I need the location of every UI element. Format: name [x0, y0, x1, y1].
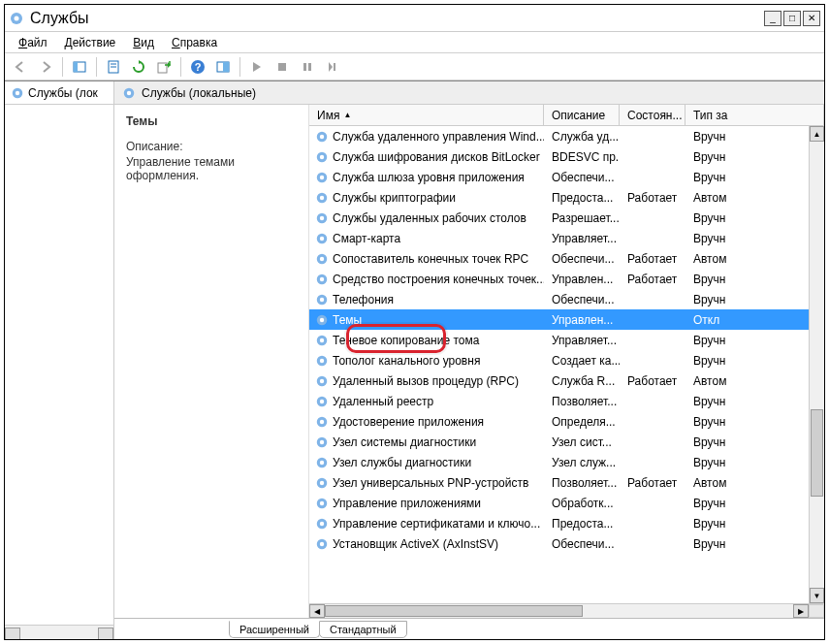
service-name: Служба шифрования дисков BitLocker — [333, 150, 540, 164]
service-status: Работает — [620, 273, 686, 286]
show-hide-tree-button[interactable] — [68, 55, 91, 79]
service-desc: Предоста... — [544, 191, 620, 205]
scroll-right-icon[interactable]: ▶ — [793, 604, 809, 618]
svg-point-25 — [320, 175, 324, 178]
gear-icon — [315, 211, 329, 225]
service-name: Управление сертификатами и ключо... — [333, 517, 540, 531]
list-h-scrollbar[interactable]: ◀ ▶ — [309, 603, 824, 618]
service-desc: Служба R... — [544, 374, 620, 388]
service-row[interactable]: Сопоставитель конечных точек RPCОбеспечи… — [309, 248, 824, 269]
service-status: Работает — [620, 191, 686, 205]
tab-standard[interactable]: Стандартный — [319, 621, 407, 638]
service-desc: Обеспечи... — [544, 252, 620, 266]
svg-point-51 — [320, 439, 324, 443]
maximize-button[interactable]: □ — [783, 11, 801, 26]
scroll-thumb[interactable] — [811, 409, 823, 497]
service-desc: Обеспечи... — [544, 293, 620, 306]
refresh-button[interactable] — [127, 55, 150, 79]
service-row[interactable]: Управление сертификатами и ключо...Предо… — [309, 513, 824, 533]
service-startup: Вручн — [686, 150, 824, 164]
toolbar-panel-button[interactable] — [211, 55, 235, 79]
column-status[interactable]: Состоян... — [620, 105, 686, 125]
properties-button[interactable] — [102, 55, 125, 79]
service-desc: Создает ка... — [544, 354, 620, 368]
service-desc: Обеспечи... — [544, 537, 620, 551]
svg-point-35 — [320, 276, 324, 280]
column-name[interactable]: Имя▲ — [309, 105, 544, 125]
titlebar: Службы _ □ ✕ — [5, 5, 824, 32]
export-button[interactable] — [152, 55, 175, 79]
service-row[interactable]: Удаленный вызов процедур (RPC)Служба R..… — [309, 370, 824, 391]
service-row[interactable]: Служба шлюза уровня приложенияОбеспечи..… — [309, 167, 824, 187]
gear-icon — [315, 537, 329, 551]
start-service-button[interactable] — [245, 55, 269, 79]
service-row[interactable]: Узел службы диагностикиУзел служ...Вручн — [309, 452, 824, 472]
service-name: Теневое копирование тома — [333, 334, 479, 347]
service-name: Службы криптографии — [333, 191, 456, 205]
service-row[interactable]: Службы удаленных рабочих столовРазрешает… — [309, 208, 824, 228]
scroll-down-icon[interactable]: ▼ — [810, 588, 824, 603]
service-startup: Вручн — [686, 273, 824, 286]
svg-point-33 — [320, 256, 324, 260]
service-startup: Вручн — [686, 517, 824, 531]
service-row[interactable]: Установщик ActiveX (AxInstSV)Обеспечи...… — [309, 533, 824, 554]
pane-header: Службы (локальные) — [114, 81, 824, 105]
forward-button[interactable] — [34, 55, 57, 79]
gear-icon — [315, 435, 329, 449]
service-startup: Откл — [686, 313, 824, 327]
service-startup: Вручн — [686, 130, 824, 144]
scroll-left-icon[interactable]: ◀ — [309, 604, 325, 618]
service-row[interactable]: Служба удаленного управления Wind...Служ… — [309, 126, 824, 146]
minimize-button[interactable]: _ — [764, 11, 781, 26]
service-row[interactable]: ТемыУправлен...Откл — [309, 309, 824, 330]
scroll-up-icon[interactable]: ▲ — [810, 126, 824, 142]
menu-action[interactable]: Действие — [57, 34, 124, 51]
service-row[interactable]: Узел универсальных PNP-устройствПозволяе… — [309, 472, 824, 493]
svg-point-43 — [320, 358, 324, 362]
column-desc[interactable]: Описание — [544, 105, 620, 125]
gear-icon — [315, 395, 329, 408]
h-scroll-thumb[interactable] — [325, 605, 583, 617]
svg-point-1 — [15, 16, 19, 20]
service-startup: Вручн — [686, 171, 824, 184]
service-row[interactable]: Служба шифрования дисков BitLockerBDESVC… — [309, 146, 824, 167]
service-desc: Узел сист... — [544, 435, 620, 449]
service-startup: Вручн — [686, 334, 824, 347]
menu-file[interactable]: Файл — [11, 34, 55, 51]
svg-point-29 — [320, 215, 324, 219]
service-status: Работает — [620, 374, 686, 388]
list-v-scrollbar[interactable]: ▲ ▼ — [809, 126, 824, 603]
help-button[interactable]: ? — [186, 55, 209, 79]
service-startup: Вручн — [686, 497, 824, 510]
svg-point-49 — [320, 419, 324, 423]
svg-point-59 — [320, 521, 324, 525]
service-row[interactable]: Службы криптографииПредоста...РаботаетАв… — [309, 187, 824, 208]
menu-help[interactable]: Справка — [164, 34, 225, 51]
restart-service-button[interactable] — [321, 55, 344, 79]
service-desc: Управлен... — [544, 313, 620, 327]
tree-h-scrollbar[interactable] — [5, 625, 113, 639]
service-row[interactable]: Средство построения конечных точек...Упр… — [309, 269, 824, 289]
tab-extended[interactable]: Расширенный — [229, 621, 320, 638]
service-row[interactable]: Тополог канального уровняСоздает ка...Вр… — [309, 350, 824, 370]
pause-service-button[interactable] — [296, 55, 319, 79]
service-desc: Управляет... — [544, 232, 620, 245]
service-row[interactable]: Теневое копирование томаУправляет...Вруч… — [309, 330, 824, 350]
service-row[interactable]: ТелефонияОбеспечи...Вручн — [309, 289, 824, 309]
service-desc: Предоста... — [544, 517, 620, 531]
service-row[interactable]: Удостоверение приложенияОпределя...Вручн — [309, 411, 824, 432]
service-row[interactable]: Управление приложениямиОбработк...Вручн — [309, 493, 824, 513]
stop-service-button[interactable] — [271, 55, 294, 79]
column-startup[interactable]: Тип за — [686, 105, 824, 125]
service-row[interactable]: Узел системы диагностикиУзел сист...Вруч… — [309, 432, 824, 452]
close-button[interactable]: ✕ — [803, 11, 820, 26]
menu-view[interactable]: Вид — [125, 34, 162, 51]
service-row[interactable]: Удаленный реестрПозволяет...Вручн — [309, 391, 824, 411]
gear-icon — [315, 497, 329, 510]
gear-icon — [315, 191, 329, 205]
back-button[interactable] — [9, 55, 32, 79]
tree-root-label: Службы (лок — [28, 86, 98, 100]
service-row[interactable]: Смарт-картаУправляет...Вручн — [309, 228, 824, 248]
tree-root-item[interactable]: Службы (лок — [5, 81, 113, 105]
service-name: Тополог канального уровня — [333, 354, 480, 368]
